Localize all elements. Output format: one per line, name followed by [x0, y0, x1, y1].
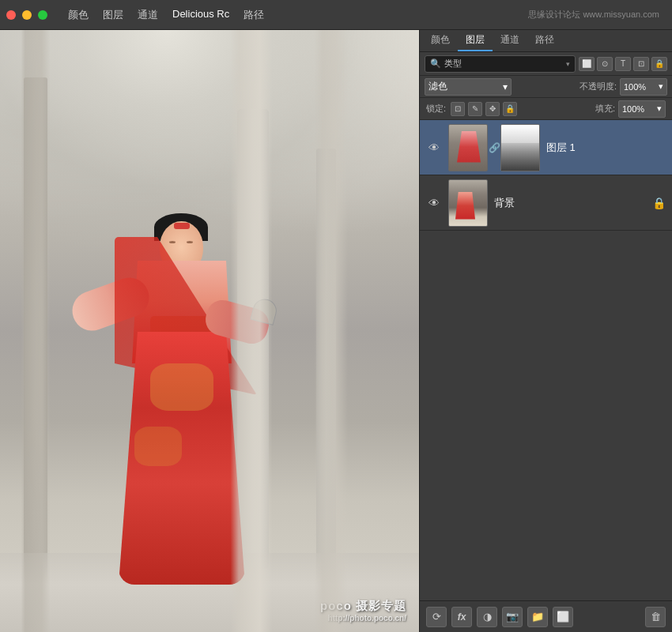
brand-text: 思缘设计论坛 www.missyuan.com: [528, 9, 659, 21]
tab-channels[interactable]: 通道: [493, 30, 527, 51]
layer-1-mask: [500, 124, 540, 171]
filter-smart-icon[interactable]: 🔒: [651, 57, 667, 71]
fill-control: 填充: 100% ▾: [595, 100, 666, 118]
woman-sleeve-right: [202, 296, 273, 347]
background-lock-icon: 🔒: [652, 197, 666, 209]
woman-hair: [154, 213, 208, 241]
menu-item-layers[interactable]: 图层: [96, 5, 130, 25]
filter-adjust-icon[interactable]: ⊙: [597, 57, 613, 71]
fill-value: 100%: [622, 104, 644, 114]
opacity-label: 不透明度:: [580, 81, 617, 92]
search-type-label: 类型: [444, 58, 462, 70]
layer-item-background[interactable]: 👁 背景 🔒: [420, 175, 672, 231]
menu-bar: 颜色 图层 通道 Delicious Rc 路径 思缘设计论坛 www.miss…: [0, 0, 672, 30]
woman-dress-bottom: [119, 332, 245, 585]
woman-head: [160, 221, 203, 273]
layers-panel: 颜色 图层 通道 路径 🔍 类型 ▾ ⬜ ⊙ T ⊡ 🔒 滤色 ▾: [419, 30, 672, 632]
lock-label: 锁定:: [426, 103, 446, 115]
layer-1-info: 图层 1: [546, 141, 666, 155]
woman-neck: [168, 266, 192, 282]
watermark-url: http://photo.poco.cn/: [320, 614, 406, 623]
layer-1-thumbs: 🔗: [448, 124, 540, 171]
fill-chevron: ▾: [657, 103, 662, 114]
background-info: 背景: [494, 196, 646, 210]
bottom-toolbar: ⟳ fx ◑ 📷 📁 ⬜ 🗑: [420, 600, 672, 632]
layer-1-link: 🔗: [490, 124, 498, 171]
search-input-wrap[interactable]: 🔍 类型 ▾: [425, 55, 576, 73]
photo-tree-center: [237, 109, 269, 569]
lock-icons: ⊡ ✎ ✥ 🔒: [451, 102, 517, 116]
woman-sleeve-left: [66, 272, 154, 336]
photo-ground: [0, 553, 419, 632]
photo-base: [0, 30, 419, 632]
blend-mode-chevron: ▾: [503, 81, 508, 92]
search-icons-row: ⬜ ⊙ T ⊡ 🔒: [579, 57, 667, 71]
layers-list: 👁 🔗 图层 1 👁 背景 🔒: [420, 120, 672, 600]
background-thumbs: [448, 179, 488, 227]
panel-tabs: 颜色 图层 通道 路径: [420, 30, 672, 52]
lock-paint-btn[interactable]: ✎: [468, 102, 482, 116]
tab-color[interactable]: 颜色: [423, 30, 458, 51]
blend-mode-select[interactable]: 滤色 ▾: [425, 78, 512, 96]
opacity-chevron: ▾: [659, 81, 663, 92]
blend-mode-value: 滤色: [428, 80, 447, 93]
menu-item-channels[interactable]: 通道: [131, 5, 164, 25]
photo-background: poco 摄影专题 http://photo.poco.cn/: [0, 30, 419, 632]
layer-1-name: 图层 1: [546, 141, 666, 155]
background-name: 背景: [494, 196, 646, 210]
fx-button[interactable]: fx: [451, 607, 472, 627]
filter-pixel-icon[interactable]: ⬜: [579, 57, 595, 71]
photo-foliage: [0, 30, 419, 251]
filter-shape-icon[interactable]: ⊡: [633, 57, 649, 71]
delete-layer-button[interactable]: 🗑: [645, 607, 666, 627]
maximize-button[interactable]: [38, 10, 47, 20]
new-fill-layer-button[interactable]: ◑: [477, 607, 497, 627]
blend-mode-row: 滤色 ▾ 不透明度: 100% ▾: [420, 76, 672, 98]
opacity-value: 100%: [624, 82, 646, 92]
menu-item-delicious[interactable]: Delicious Rc: [166, 5, 236, 25]
woman-figure: [103, 205, 261, 585]
lock-all-btn[interactable]: 🔒: [503, 102, 517, 116]
opacity-control: 不透明度: 100% ▾: [580, 78, 667, 96]
menu-items: 颜色 图层 通道 Delicious Rc 路径: [62, 5, 270, 25]
photo-tree-right: [316, 149, 336, 585]
lock-row: 锁定: ⊡ ✎ ✥ 🔒 填充: 100% ▾: [420, 98, 672, 120]
menu-item-color[interactable]: 颜色: [62, 5, 95, 25]
search-icon: 🔍: [430, 58, 441, 69]
new-adjustment-button[interactable]: 📷: [502, 607, 523, 627]
woman-shawl: [115, 237, 257, 395]
photo-tree-left: [24, 77, 47, 632]
opacity-input[interactable]: 100% ▾: [620, 78, 667, 96]
lock-pixels-btn[interactable]: ⊡: [451, 102, 465, 116]
watermark-text: poco 摄影专题: [320, 599, 406, 614]
new-layer-button[interactable]: ⬜: [553, 607, 573, 627]
search-chevron: ▾: [566, 60, 570, 68]
photo-area: poco 摄影专题 http://photo.poco.cn/: [0, 30, 419, 632]
lock-move-btn[interactable]: ✥: [485, 102, 500, 116]
fill-label: 填充:: [595, 103, 615, 115]
filter-type-icon[interactable]: T: [615, 57, 631, 71]
new-group-button[interactable]: 📁: [527, 607, 548, 627]
search-bar: 🔍 类型 ▾ ⬜ ⊙ T ⊡ 🔒: [420, 52, 672, 76]
tab-layers[interactable]: 图层: [458, 30, 493, 51]
layer-item-1[interactable]: 👁 🔗 图层 1: [420, 120, 672, 175]
link-button[interactable]: ⟳: [426, 607, 447, 627]
close-button[interactable]: [6, 10, 16, 20]
background-visibility[interactable]: 👁: [426, 195, 442, 211]
menu-item-paths[interactable]: 路径: [237, 5, 270, 25]
watermark: poco 摄影专题 http://photo.poco.cn/: [320, 599, 406, 623]
woman-dress-top: [126, 261, 237, 363]
layer-1-thumbnail: [448, 124, 488, 171]
main-content: poco 摄影专题 http://photo.poco.cn/ 颜色 图层 通道…: [0, 30, 672, 632]
minimize-button[interactable]: [22, 10, 32, 20]
layer-1-visibility[interactable]: 👁: [426, 140, 442, 156]
background-thumbnail: [448, 179, 488, 227]
fill-input[interactable]: 100% ▾: [618, 100, 666, 118]
tab-paths[interactable]: 路径: [527, 30, 562, 51]
